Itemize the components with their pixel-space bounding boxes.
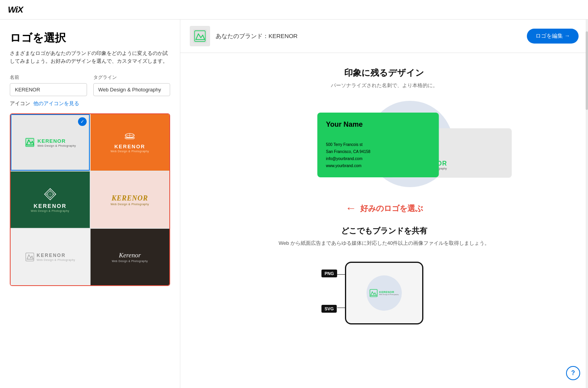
form-row: 名前 タグライン: [10, 74, 170, 96]
section-hero: 印象に残るデザイン パーソナライズされた名刺で、より本格的に。: [180, 53, 588, 97]
section2-title: どこでもブランドを共有: [188, 226, 580, 236]
logo-text-2: KERENOR Web Design & Photography: [111, 144, 149, 153]
logo-card-4[interactable]: KERENOR Web Design & Photography: [91, 171, 170, 228]
name-input[interactable]: [10, 83, 87, 96]
edit-logo-button[interactable]: ロゴを編集 →: [527, 29, 579, 44]
phone-inner-circle: KERENOR Web Design & Photography: [367, 275, 402, 311]
panel-title: ロゴを選択: [10, 31, 170, 45]
logo-content-1: KERENOR Web Design & Photography: [24, 137, 76, 148]
logo-card-2[interactable]: KERENOR Web Design & Photography: [91, 114, 170, 171]
name-group: 名前: [10, 74, 87, 96]
top-bar: WiX: [0, 0, 588, 20]
logo-grid: ✓ KERENOR Web Design & Photography: [11, 114, 169, 285]
logo-text-1: KERENOR Web Design & Photography: [38, 138, 76, 147]
name-label: 名前: [10, 74, 87, 81]
brand-preview-icon: [192, 28, 208, 44]
file-format-showcase: PNG SVG KERENOR Web Design & P: [180, 251, 588, 331]
bc-info: 500 Terry Francois st San Francisco, CA …: [326, 141, 430, 169]
wix-logo: WiX: [8, 5, 23, 15]
logo-card-6[interactable]: Kerenor Web Design & Photography: [91, 229, 170, 285]
arrow-annotation: ← 好みのロゴを選ぶ: [180, 199, 588, 218]
green-icon-1: [24, 137, 35, 148]
logo-content-2: KERENOR Web Design & Photography: [111, 133, 149, 153]
logo-text-6: Kerenor Web Design & Photography: [112, 251, 148, 262]
phone-logo-icon: [370, 289, 377, 297]
brand-logo-preview: [190, 26, 210, 46]
main-content: ロゴを選択 さまざまなロゴがあなたのブランドの印象をどのように変えるのか試してみ…: [0, 20, 588, 388]
logo-text-3: KERENOR Web Design & Photography: [31, 203, 69, 212]
business-card-showcase: Your Name 500 Terry Francois st San Fran…: [180, 97, 588, 199]
section1-sub: パーソナライズされた名刺で、より本格的に。: [188, 82, 580, 89]
logo-text-5: KERENOR Web Design & Photography: [37, 253, 75, 261]
logo-content-5: KERENOR Web Design & Photography: [25, 252, 75, 262]
icon-row: アイコン 他のアイコンを見る: [10, 100, 170, 107]
phone-inner-logo: KERENOR Web Design & Photography: [370, 289, 398, 297]
orange-icon: [123, 133, 136, 142]
right-panel: あなたのブランド：KERENOR ロゴを編集 → 印象に残るデザイン パーソナラ…: [180, 20, 588, 388]
logo-text-4: KERENOR Web Design & Photography: [111, 194, 149, 206]
tagline-label: タグライン: [93, 74, 171, 81]
selected-badge: ✓: [78, 117, 87, 126]
annotation-text: 好みのロゴを選ぶ: [360, 203, 423, 214]
logo-card-5[interactable]: KERENOR Web Design & Photography: [11, 229, 90, 285]
svg-rect-6: [125, 139, 134, 139]
section-share: どこでもブランドを共有 Web から紙面広告まであらゆる媒体に対応した40件以上…: [180, 218, 588, 251]
phone-mockup: KERENOR Web Design & Photography: [345, 262, 423, 324]
help-button[interactable]: ?: [566, 366, 580, 380]
svg-badge: SVG: [321, 305, 337, 313]
panel-desc: さまざまなロゴがあなたのブランドの印象をどのように変えるのか試してみましょう。お…: [10, 49, 170, 66]
section1-title: 印象に残るデザイン: [188, 67, 580, 79]
logo-card-1[interactable]: ✓ KERENOR Web Design & Photography: [11, 114, 90, 171]
bc-green-card: Your Name 500 Terry Francois st San Fran…: [318, 113, 439, 177]
diamond-icon: [43, 187, 57, 201]
brand-title: あなたのブランド：KERENOR: [216, 33, 521, 40]
logo-content-3: KERENOR Web Design & Photography: [31, 187, 69, 212]
icon-link[interactable]: 他のアイコンを見る: [33, 100, 79, 107]
tagline-group: タグライン: [93, 74, 171, 96]
tagline-input[interactable]: [93, 83, 171, 96]
gray-icon: [25, 252, 34, 262]
png-badge: PNG: [321, 270, 337, 277]
left-panel: ロゴを選択 さまざまなロゴがあなたのブランドの印象をどのように変えるのか試してみ…: [0, 20, 180, 388]
brand-header: あなたのブランド：KERENOR ロゴを編集 →: [180, 20, 588, 53]
logo-content-4: KERENOR Web Design & Photography: [111, 194, 149, 206]
svg-rect-5: [125, 137, 135, 138]
section2-sub: Web から紙面広告まであらゆる媒体に対応した40件以上の画像ファイルを取得しま…: [188, 239, 580, 248]
logo-card-3[interactable]: KERENOR Web Design & Photography: [11, 171, 90, 228]
logo-content-6: Kerenor Web Design & Photography: [112, 251, 148, 262]
logo-grid-wrapper: ✓ KERENOR Web Design & Photography: [10, 113, 170, 286]
bc-name: Your Name: [326, 120, 430, 129]
icon-label: アイコン: [10, 100, 30, 107]
